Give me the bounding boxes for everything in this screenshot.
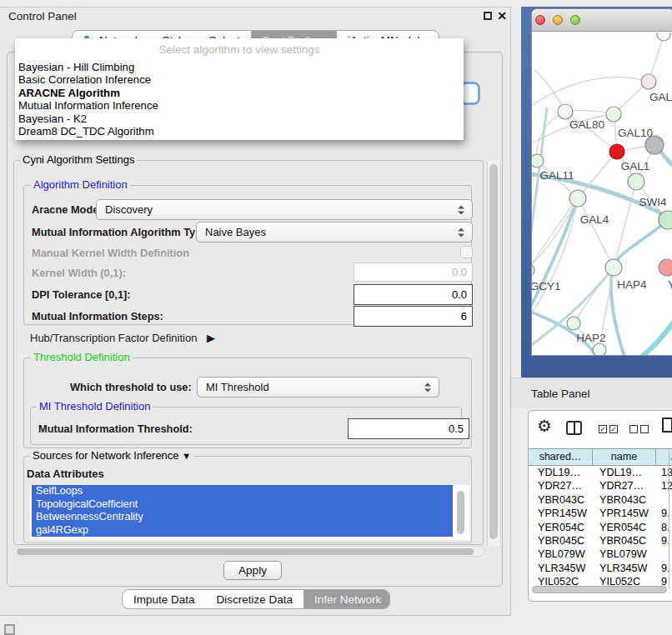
combo-arrows-icon (458, 204, 464, 215)
checked-checkbox-icon[interactable]: ✓ (609, 425, 618, 433)
table-cell: 8. (656, 521, 672, 534)
algorithm-option[interactable]: Mutual Information Inference (15, 99, 464, 112)
table-cell: YER054C (529, 521, 593, 534)
apply-button[interactable]: Apply (223, 561, 282, 580)
network-node[interactable] (659, 259, 672, 276)
table-row[interactable]: YBL079WYBL079W (529, 548, 672, 561)
unchecked-checkbox-icon[interactable] (640, 425, 649, 433)
settings-horizontal-scrollbar[interactable] (13, 546, 485, 557)
table-header-row: shared… name A (529, 448, 672, 466)
table-row[interactable]: YER054CYER054C8. (529, 521, 672, 534)
table-cell: YIL052C (593, 575, 656, 585)
network-node[interactable] (659, 211, 672, 229)
data-attributes-list: SelfLoopsTopologicalCoefficientBetweenne… (30, 485, 469, 540)
table-row[interactable]: YBR043CYBR043C (529, 493, 672, 507)
list-scrollbar-thumb[interactable] (457, 491, 464, 534)
table-row[interactable]: YLR345WYLR345W9. (529, 562, 672, 575)
table-cell: 9. (656, 562, 672, 575)
table-cell: YBR045C (529, 534, 593, 548)
table-cell: YPR145W (529, 507, 593, 520)
table-cell: YIL052C (529, 575, 593, 585)
network-node[interactable] (628, 173, 644, 190)
network-canvas[interactable]: GALGAL80GAL10GAL1GAL11SWI4GAL4GCY1HAP4YH… (532, 32, 672, 355)
new-table-icon[interactable] (662, 418, 672, 432)
checked-checkbox-icon[interactable]: ✓ (599, 425, 607, 433)
mi-threshold-field[interactable]: 0.5 (348, 418, 469, 439)
network-node[interactable] (605, 259, 622, 276)
network-window-titlebar[interactable] (532, 9, 672, 32)
minimize-window-icon[interactable] (553, 15, 563, 25)
table-cell: YDR27… (529, 479, 593, 492)
control-panel-title: Control Panel (8, 10, 77, 22)
network-node[interactable] (606, 107, 621, 122)
aracne-mode-combobox[interactable]: Discovery (96, 199, 473, 220)
table-cell: 13 (656, 466, 672, 479)
algorithm-option[interactable]: Bayesian - Hill Climbing (15, 61, 464, 73)
mi-threshold-value: 0.5 (349, 419, 464, 439)
table-row[interactable]: YBR045CYBR045C9. (529, 534, 672, 548)
close-panel-icon[interactable]: ✕ (495, 8, 509, 23)
network-node[interactable] (569, 190, 586, 207)
column-header-name[interactable]: name (593, 449, 656, 465)
network-node[interactable] (657, 32, 670, 41)
mi-steps-field[interactable]: 6 (354, 306, 473, 327)
mi-type-combobox[interactable]: Naive Bayes (196, 222, 473, 242)
algorithm-option[interactable]: Basic Correlation Inference (15, 73, 464, 86)
algorithm-dropdown-placeholder: Select algorithm to view settings (15, 38, 464, 61)
node-label: GAL (649, 91, 672, 103)
expand-right-arrow-icon[interactable]: ▶ (207, 332, 215, 344)
table-cell: 9 (656, 575, 672, 585)
network-node[interactable] (532, 154, 544, 168)
table-cell: YBR045C (593, 534, 656, 548)
table-cell (656, 493, 672, 507)
data-attribute-item[interactable]: BetweennessCentrality (32, 511, 453, 524)
data-attribute-item[interactable]: TopologicalCoefficient (32, 498, 453, 512)
manual-kernel-checkbox[interactable] (460, 246, 473, 258)
gear-icon[interactable]: ⚙ (537, 416, 552, 436)
panel-grip-icon[interactable] (4, 624, 15, 635)
which-threshold-combobox[interactable]: MI Threshold (197, 377, 439, 398)
tab-discretize-data[interactable]: Discretize Data (206, 589, 304, 609)
table-cell: YLR345W (529, 562, 593, 575)
data-attribute-item[interactable]: gal4RGexp (32, 524, 453, 538)
algorithm-option[interactable]: Bayesian - K2 (15, 112, 464, 125)
network-node[interactable] (641, 74, 656, 89)
table-row[interactable]: YDL19…YDL19…13 (529, 466, 672, 479)
float-panel-icon[interactable] (484, 12, 492, 20)
columns-icon[interactable] (566, 421, 582, 435)
horizontal-scrollbar-thumb[interactable] (17, 548, 474, 555)
algorithm-option[interactable]: Dream8 DC_TDC Algorithm (15, 125, 464, 138)
network-window[interactable]: GALGAL80GAL10GAL1GAL11SWI4GAL4GCY1HAP4YH… (531, 8, 672, 356)
kernel-width-field[interactable]: 0.0 (354, 262, 473, 282)
data-attributes-label: Data Attributes (27, 468, 104, 480)
zoom-window-icon[interactable] (570, 15, 580, 25)
vertical-scrollbar-thumb[interactable] (489, 164, 498, 539)
settings-vertical-scrollbar[interactable] (487, 161, 501, 546)
network-node[interactable] (558, 104, 573, 119)
sources-group-title: Sources for Network Inference ▼ (30, 450, 193, 462)
network-node[interactable] (609, 144, 624, 159)
network-node[interactable] (567, 317, 580, 330)
tab-infer-network[interactable]: Infer Network (303, 589, 390, 609)
node-label: HAP2 (576, 332, 605, 344)
algorithm-option[interactable]: ARACNE Algorithm (15, 87, 464, 99)
close-window-icon[interactable] (535, 15, 545, 25)
application-window: Control Panel ✕ Network Style Select Cyn… (0, 0, 672, 635)
table-cell: YDR27… (593, 479, 656, 492)
table-horizontal-scrollbar-thumb[interactable] (532, 586, 667, 593)
network-node[interactable] (532, 263, 534, 277)
collapse-down-arrow-icon[interactable]: ▼ (182, 451, 191, 461)
mi-steps-value: 6 (354, 307, 467, 327)
table-row[interactable]: YDR27…YDR27…12 (529, 479, 672, 492)
dpi-tolerance-field[interactable]: 0.0 (354, 284, 473, 305)
tab-impute-data[interactable]: Impute Data (123, 589, 206, 609)
unchecked-checkbox-icon[interactable] (629, 425, 638, 433)
table-row[interactable]: YPR145WYPR145W9. (529, 507, 672, 520)
table-row[interactable]: YIL052CYIL052C9 (529, 575, 672, 585)
hub-definition-toggle[interactable]: Hub/Transcription Factor Definition ▶ (30, 332, 215, 344)
network-node[interactable] (593, 343, 606, 355)
algorithm-dropdown-list: Bayesian - Hill ClimbingBasic Correlatio… (15, 61, 464, 138)
column-header-third[interactable]: A (656, 449, 672, 465)
column-header-shared[interactable]: shared… (529, 449, 593, 465)
data-attribute-item[interactable]: SelfLoops (32, 485, 453, 498)
